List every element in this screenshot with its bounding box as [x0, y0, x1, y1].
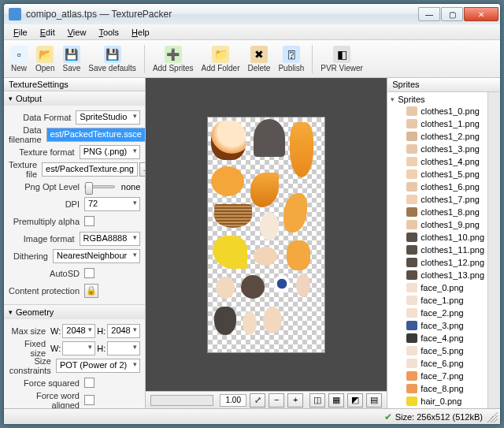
add-folder-button[interactable]: 📁Add Folder: [198, 44, 243, 74]
sprite-item[interactable]: clothes1_7.png: [389, 193, 486, 206]
new-icon: ▫: [10, 46, 28, 63]
sprite-thumb-icon: [406, 321, 417, 330]
resize-grip[interactable]: [487, 411, 498, 422]
sprite-item[interactable]: face_4.png: [389, 332, 486, 344]
zoom-in-button[interactable]: +: [287, 393, 303, 408]
add-folder-icon: 📁: [212, 46, 229, 63]
publish-icon: ⍰: [283, 46, 300, 63]
twisty-icon: ▾: [9, 95, 13, 102]
sprite-thumb-icon: [406, 106, 417, 116]
publish-button[interactable]: ⍰Publish: [275, 44, 307, 74]
sprite-item[interactable]: clothes1_12.png: [389, 256, 486, 269]
image-format-combo[interactable]: RGBA8888: [80, 232, 141, 246]
dithering-combo[interactable]: NearestNeighbour: [53, 249, 140, 263]
sprite-thumb-icon: [406, 333, 417, 343]
max-width-combo[interactable]: 2048: [62, 324, 95, 338]
open-button[interactable]: 📂Open: [32, 44, 57, 74]
dpi-combo[interactable]: 72: [84, 197, 140, 211]
sprite-item[interactable]: face_0.png: [389, 281, 486, 294]
sprite-item[interactable]: clothes1_2.png: [389, 130, 486, 143]
sprite-item[interactable]: face_8.png: [389, 382, 486, 395]
png-opt-slider[interactable]: [84, 185, 115, 188]
view-mode-b-button[interactable]: ▦: [328, 393, 344, 408]
data-filename-input[interactable]: est/PackedTexture.ssce: [46, 128, 146, 142]
content-protection-button[interactable]: 🔒: [84, 284, 98, 298]
open-icon: 📂: [36, 46, 54, 63]
menu-file[interactable]: File: [7, 26, 34, 39]
zoom-out-button[interactable]: −: [269, 393, 284, 408]
pvr-viewer-button[interactable]: ◧PVR Viewer: [317, 44, 366, 74]
premultiply-checkbox[interactable]: [84, 216, 94, 226]
sprite-item[interactable]: face_5.png: [389, 344, 486, 357]
sprite-item[interactable]: face_6.png: [389, 357, 486, 370]
sprite-item[interactable]: face_7.png: [389, 370, 486, 382]
zoom-fit-button[interactable]: ⤢: [250, 393, 265, 408]
menu-view[interactable]: View: [61, 26, 93, 39]
sprite-thumb-icon: [406, 270, 417, 280]
sprite-item[interactable]: clothes1_11.png: [389, 244, 486, 256]
force-word-aligned-checkbox[interactable]: [84, 395, 94, 405]
delete-button[interactable]: ✖Delete: [245, 44, 274, 74]
autosd-checkbox[interactable]: [84, 268, 94, 278]
sprite-item[interactable]: clothes1_3.png: [389, 143, 486, 155]
sprite-item[interactable]: clothes1_9.png: [389, 218, 486, 231]
menu-edit[interactable]: Edit: [34, 26, 61, 39]
fixed-height-combo[interactable]: [107, 341, 140, 355]
preview-viewport[interactable]: [146, 78, 387, 391]
new-button[interactable]: ▫New: [7, 44, 31, 74]
preview-toolbar: 1.00 ⤢ − + ◫ ▦ ◩ ▤: [146, 391, 387, 408]
geometry-section-header[interactable]: ▾Geometry: [4, 305, 145, 319]
sprite-thumb-icon: [406, 258, 417, 267]
texture-file-browse-button[interactable]: …: [139, 162, 146, 177]
view-mode-d-button[interactable]: ▤: [366, 393, 382, 408]
sprite-item[interactable]: face_1.png: [389, 294, 486, 307]
app-window: comipo_atlas.tps — TexturePacker — ▢ ✕ F…: [3, 3, 501, 425]
twisty-icon: ▾: [391, 95, 395, 103]
sprite-item[interactable]: hair_0.png: [389, 395, 486, 408]
force-squared-checkbox[interactable]: [84, 378, 94, 388]
sprite-thumb-icon: [406, 308, 417, 318]
horizontal-scrollbar[interactable]: [150, 395, 213, 406]
view-mode-c-button[interactable]: ◩: [347, 393, 363, 408]
sprite-item[interactable]: clothes1_5.png: [389, 168, 486, 181]
add-sprites-icon: ➕: [165, 46, 182, 63]
sprite-item[interactable]: clothes1_4.png: [389, 155, 486, 168]
save-defaults-button[interactable]: 💾Save defaults: [85, 44, 139, 74]
texture-format-combo[interactable]: PNG (.png): [80, 145, 141, 159]
menubar: FileEditViewToolsHelp: [4, 24, 500, 40]
sprite-thumb-icon: [406, 195, 417, 204]
view-mode-a-button[interactable]: ◫: [309, 393, 325, 408]
zoom-input[interactable]: 1.00: [220, 394, 246, 407]
data-format-combo[interactable]: SpriteStudio: [76, 110, 140, 125]
sprite-item[interactable]: face_2.png: [389, 307, 486, 319]
sprite-item[interactable]: clothes1_10.png: [389, 231, 486, 244]
sprite-thumb-icon: [406, 207, 417, 217]
sprite-item[interactable]: clothes1_1.png: [389, 117, 486, 130]
sprite-item[interactable]: clothes1_13.png: [389, 269, 486, 281]
status-size-label: Size: 256x512 (512kB): [395, 412, 483, 422]
sprites-root[interactable]: ▾Sprites: [389, 94, 486, 105]
sprite-thumb-icon: [406, 245, 417, 255]
save-button[interactable]: 💾Save: [59, 44, 83, 74]
texture-file-input[interactable]: est/PackedTexture.png: [42, 162, 138, 177]
app-icon: [9, 8, 21, 20]
sprites-tree[interactable]: ▾Spritesclothes1_0.pngclothes1_1.pngclot…: [387, 92, 487, 408]
sprite-item[interactable]: clothes1_0.png: [389, 105, 486, 117]
menu-tools[interactable]: Tools: [92, 26, 125, 39]
size-constraints-combo[interactable]: POT (Power of 2): [56, 359, 140, 373]
preview-panel: 1.00 ⤢ − + ◫ ▦ ◩ ▤: [146, 78, 387, 408]
maximize-button[interactable]: ▢: [441, 7, 463, 21]
output-section-header[interactable]: ▾Output: [4, 91, 145, 106]
minimize-button[interactable]: —: [418, 7, 440, 21]
sprite-item[interactable]: clothes1_6.png: [389, 181, 486, 193]
close-button[interactable]: ✕: [464, 7, 498, 21]
sprite-item[interactable]: face_3.png: [389, 319, 486, 332]
max-height-combo[interactable]: 2048: [107, 324, 140, 338]
vertical-scrollbar[interactable]: [487, 92, 500, 408]
sprite-item[interactable]: clothes1_8.png: [389, 206, 486, 218]
add-sprites-button[interactable]: ➕Add Sprites: [150, 44, 197, 74]
sprite-thumb-icon: [406, 157, 417, 166]
delete-icon: ✖: [250, 46, 268, 63]
menu-help[interactable]: Help: [125, 26, 156, 39]
fixed-width-combo[interactable]: [62, 341, 95, 355]
